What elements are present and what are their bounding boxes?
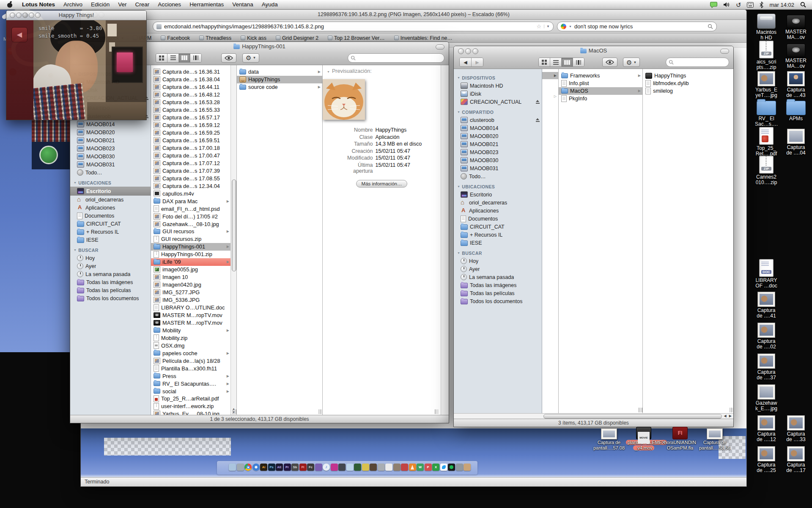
scrollbar-arrows[interactable]: ◀ ▶ [724, 414, 732, 418]
back-button[interactable]: ◀ [460, 58, 472, 66]
file-row[interactable]: Top_25_R…arRetail.pdf ▶ [151, 395, 231, 403]
url-field[interactable]: emcdonald.net/happythings/images/1298896… [153, 22, 554, 31]
file-row[interactable]: smilelog ▶ [643, 87, 733, 95]
file-row[interactable]: papeles coche ▶ [151, 349, 231, 357]
window-header[interactable]: MacOS ◀ ▶ [454, 46, 733, 69]
sidebar-item[interactable]: Todas las imágenes [70, 278, 151, 286]
toolbar-toggle-button[interactable] [436, 44, 444, 50]
search-text[interactable]: don't stop me now lyrics [574, 23, 705, 30]
sidebar-item[interactable]: Documentos [70, 212, 151, 220]
desktop-icon[interactable]: plantillaTELEMEX _v4.mov [626, 427, 661, 450]
sidebar-item[interactable]: MAOOB031 [454, 164, 542, 172]
preview-header[interactable]: Previsualización: [323, 68, 441, 74]
file-row[interactable]: Frameworks ▶ [559, 72, 642, 80]
sidebar-item[interactable]: DISPOSITIVOS [454, 74, 542, 82]
file-row[interactable]: MASTER M…ropTV.mov ▶ [151, 319, 231, 326]
sidebar-item[interactable]: UBICACIONES [454, 182, 542, 190]
web-search-field[interactable]: ▼ don't stop me now lyrics [557, 22, 717, 31]
minimize-button[interactable] [16, 13, 22, 18]
bookmark-item[interactable]: Facebook [161, 35, 190, 41]
file-row[interactable]: Captura de…s 17.00.18 ▶ [151, 144, 231, 152]
file-row[interactable]: GUI recursos.zip ▶ [151, 235, 231, 243]
desktop-icon[interactable]: Captura de ….43 [779, 69, 812, 98]
file-row[interactable]: Captura de…s 16.59.25 ▶ [151, 129, 231, 137]
sidebar-item[interactable]: Todas las películas [454, 289, 542, 297]
desktop-icon[interactable]: Captura de ….37 [748, 352, 785, 381]
sidebar-item[interactable]: MAOOB030 [70, 152, 151, 160]
desktop-icon[interactable]: MASTER MA…ov [779, 41, 812, 69]
file-row[interactable]: HappyThings-001 ▶ [151, 243, 231, 251]
sidebar-item[interactable]: Escritorio [454, 190, 542, 199]
vertical-scrollbar[interactable]: ▲▼ [230, 65, 236, 415]
menu-item[interactable]: Ayuda [258, 0, 282, 9]
file-row[interactable]: Mobility ▶ [151, 326, 231, 334]
file-row[interactable]: Captura de…s 16.38.04 ▶ [151, 76, 231, 83]
time-machine-menu-icon[interactable]: ↺ [736, 2, 741, 8]
coverflow-view-button[interactable] [190, 54, 201, 62]
icon-view-button[interactable] [156, 54, 167, 62]
scrollbar-thumb[interactable] [543, 414, 722, 419]
sidebar-item[interactable]: Todo… [454, 172, 542, 180]
sidebar-item[interactable]: Hoy [70, 254, 151, 262]
file-row[interactable]: email_FI_n…d_html.psd ▶ [151, 205, 231, 213]
zoom-button[interactable] [472, 48, 478, 54]
file-row[interactable]: iLife '09 ▶ [151, 258, 231, 266]
menu-item[interactable]: Archivo [59, 0, 87, 9]
quicklook-button[interactable] [602, 58, 617, 67]
scrollbar-thumb[interactable] [232, 179, 236, 271]
sidebar-item[interactable]: Todo… [70, 168, 151, 177]
sidebar-item[interactable]: MAOOB020 [70, 128, 151, 136]
sidebar-item[interactable]: Documentos [454, 215, 542, 223]
close-button[interactable] [10, 13, 15, 18]
bookmark-item[interactable]: Inventables: Find ne… [394, 35, 453, 41]
column-resize-handle[interactable] [435, 409, 439, 414]
menu-item[interactable]: Herramientas [185, 0, 228, 9]
url-dropdown-icon[interactable]: ▼ [544, 25, 550, 28]
keyboard-menu-icon[interactable] [747, 2, 754, 8]
coverflow-view-button[interactable] [573, 58, 584, 66]
desktop-icon[interactable]: APMs [779, 98, 812, 121]
ichat-menu-icon[interactable] [710, 2, 717, 8]
file-row[interactable]: RV_ El Sacapuntas…. ▶ [151, 380, 231, 387]
bookmark-item[interactable]: Threadless [199, 35, 231, 41]
bookmark-item[interactable]: Kick ass [241, 35, 266, 41]
bluetooth-menu-icon[interactable] [760, 2, 763, 8]
file-row[interactable]: Captura de…s 17.07.12 ▶ [151, 159, 231, 167]
horizontal-scrollbar[interactable]: ◀ ▶ [454, 413, 733, 419]
sidebar-item[interactable]: Todos los documentos [454, 297, 542, 305]
finder-search-field[interactable] [348, 53, 444, 63]
search-engine-dropdown-icon[interactable]: ▼ [569, 25, 572, 28]
column-resize-handle[interactable] [233, 409, 237, 414]
file-row[interactable]: Gazehawk…_08-10.jpg ▶ [151, 220, 231, 228]
menu-item[interactable]: Crear [131, 0, 154, 9]
list-view-button[interactable] [167, 54, 179, 62]
file-row[interactable]: HappyThings ▶ [643, 72, 733, 80]
file-row[interactable]: Info.plist ▶ [559, 80, 642, 87]
sidebar-item[interactable]: IESE [70, 236, 151, 244]
sidebar-item[interactable]: iDisk [454, 90, 542, 98]
forward-button[interactable]: ▶ [472, 58, 483, 66]
desktop-icon[interactable]: LIBRARY OF …doc [748, 259, 785, 289]
spotlight-icon[interactable] [800, 2, 806, 8]
eject-icon[interactable] [535, 118, 540, 122]
desktop-icon[interactable]: Captura de ….41 [748, 290, 785, 319]
file-row[interactable]: social ▶ [151, 387, 231, 395]
file-row[interactable]: Captura de…s 16.55.33 ▶ [151, 106, 231, 114]
sidebar-item[interactable]: oriol_decarreras [70, 196, 151, 204]
sidebar-item[interactable]: MAOOB014 [70, 120, 151, 128]
file-row[interactable]: Captura de…s 17.00.47 ▶ [151, 152, 231, 159]
sidebar-item[interactable]: Todos los documentos [70, 294, 151, 302]
desktop-icon[interactable]: horaUNIANDIN OSamPM.fla [663, 427, 697, 450]
close-button[interactable] [458, 48, 464, 54]
file-row[interactable]: data ▶ [237, 68, 322, 76]
file-row[interactable]: Captura de…s 16.53.28 ▶ [151, 99, 231, 106]
extra-button[interactable] [29, 13, 34, 18]
toolbar-toggle-button[interactable] [720, 49, 729, 54]
file-row[interactable]: HappyThings ▶ [237, 76, 322, 83]
finder-search-field[interactable] [666, 58, 729, 67]
file-row[interactable]: IMG_5277.JPG ▶ [151, 289, 231, 296]
file-row[interactable]: source code ▶ [237, 83, 322, 91]
apple-menu-icon[interactable] [7, 2, 13, 8]
menu-item[interactable]: Lotus Notes [18, 0, 59, 9]
desktop-icon[interactable]: Captura de ….17 [779, 444, 812, 473]
